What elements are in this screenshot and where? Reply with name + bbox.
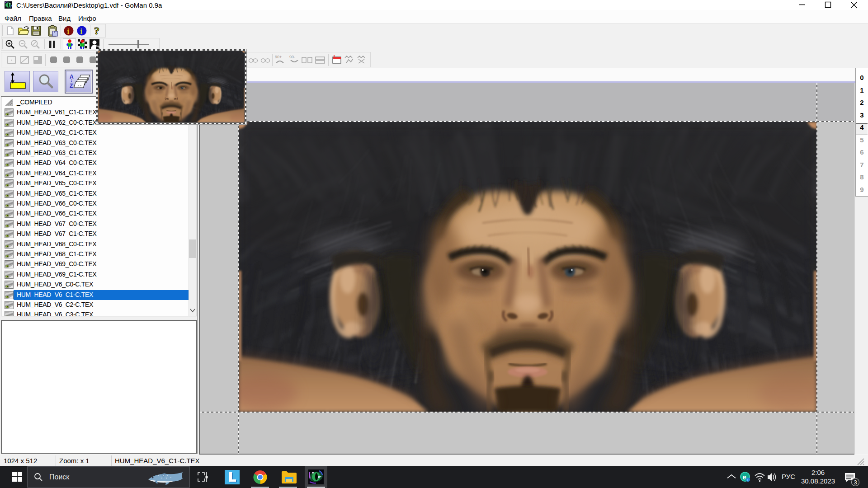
svg-text:e: e bbox=[743, 473, 746, 481]
svg-text:i: i bbox=[80, 27, 83, 36]
svg-text:Z: Z bbox=[70, 83, 73, 89]
svg-text:i: i bbox=[67, 27, 70, 36]
svg-text:?: ? bbox=[94, 25, 99, 37]
svg-text:A: A bbox=[70, 74, 74, 80]
svg-text:3: 3 bbox=[854, 479, 857, 486]
svg-text:i: i bbox=[747, 478, 748, 482]
svg-text:90+: 90+ bbox=[275, 55, 282, 59]
svg-text:90-: 90- bbox=[289, 55, 295, 59]
